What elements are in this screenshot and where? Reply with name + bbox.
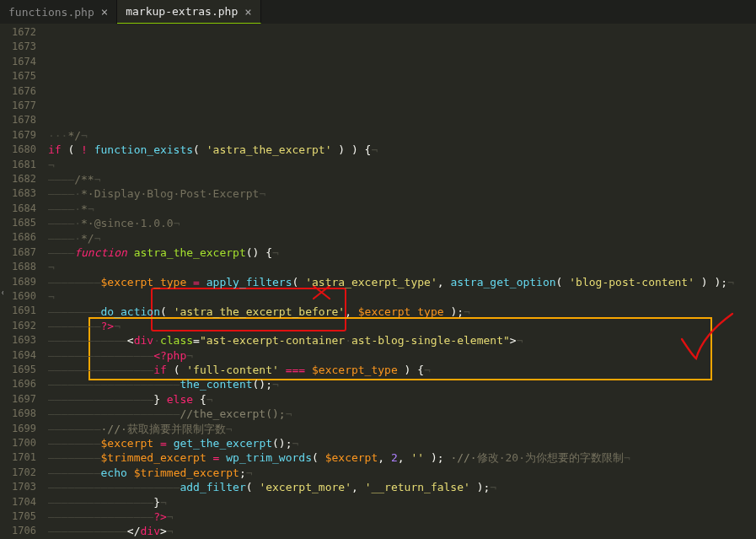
code-line[interactable]: ————function astra_the_excerpt() {¬ [48,245,734,260]
code-line[interactable]: ————————————————————//the_excerpt();¬ [48,407,734,421]
code-line[interactable]: ————·*/¬ [48,231,734,245]
tab-markup-extras[interactable]: markup-extras.php × [117,0,261,24]
fold-arrow-icon[interactable]: › [1,286,4,300]
line-number: 1698 [12,407,36,421]
line-number: 1687 [12,245,36,260]
line-number: 1703 [12,480,36,494]
line-number: 1679 [12,128,36,143]
code-line[interactable]: ————————————————————the_content();¬ [48,377,734,391]
line-number: 1688 [12,260,36,274]
line-number: 1686 [12,230,36,245]
code-line[interactable]: ————·*·Display·Blog·Post·Excerpt¬ [48,186,734,201]
line-number: 1682 [12,172,36,186]
line-number: 1674 [12,55,36,69]
line-number: 1702 [12,466,36,480]
tab-label: markup-extras.php [126,5,238,18]
code-line[interactable]: ¬ [48,289,734,304]
code-line[interactable]: ————————————————?>¬ [48,509,734,524]
line-number: 1689 [12,275,36,289]
code-line[interactable]: ————————$excerpt = get_the_excerpt();¬ [48,436,734,450]
line-number: 1699 [12,422,36,436]
close-icon[interactable]: × [244,5,251,19]
tab-bar: functions.php × markup-extras.php × [0,0,756,24]
line-number: 1680 [12,143,36,157]
code-line[interactable]: ————————?>¬ [48,319,734,333]
code-line[interactable]: if ( ! function_exists( 'astra_the_excer… [48,143,734,157]
line-number: 1684 [12,202,36,216]
code-area[interactable]: ···*/¬if ( ! function_exists( 'astra_the… [41,24,734,539]
code-line[interactable]: ————————————————} else {¬ [48,392,734,407]
line-number: 1700 [12,436,36,450]
code-line[interactable]: ————·*¬ [48,202,734,216]
line-number: 1675 [12,69,36,84]
code-line[interactable]: ————————————————<?php¬ [48,348,734,363]
code-line[interactable]: ————————$excerpt_type = apply_filters( '… [48,275,734,289]
line-number: 1701 [12,450,36,465]
line-number: 1706 [12,524,36,538]
code-line[interactable]: ¬ [48,260,734,274]
tab-functions[interactable]: functions.php × [0,0,117,24]
line-number: 1705 [12,509,36,524]
code-line[interactable]: ————————·//·获取摘要并限制字数¬ [48,422,734,436]
line-number: 1694 [12,348,36,363]
code-line[interactable]: ————————————</div>¬ [48,524,734,538]
code-line[interactable]: ¬ [48,158,734,172]
code-line[interactable]: ————————————<div·class="ast-excerpt-cont… [48,333,734,348]
line-number: 1676 [12,84,36,99]
line-number: 1678 [12,113,36,127]
code-line[interactable]: ————————————————if ( 'full-content' === … [48,363,734,377]
close-icon[interactable]: × [101,5,108,19]
line-number: 1681 [12,158,36,172]
code-line[interactable]: ···*/¬ [48,128,734,143]
code-line[interactable]: ————·*·@since·1.0.0¬ [48,216,734,230]
line-number: 1685 [12,216,36,230]
line-number: 1697 [12,392,36,407]
code-line[interactable]: ————————echo $trimmed_excerpt;¬ [48,466,734,480]
line-number-gutter: › 16721673167416751676167716781679168016… [0,24,41,539]
line-number: 1672 [12,25,36,40]
tab-label: functions.php [8,6,94,19]
line-number: 1704 [12,495,36,509]
code-line[interactable]: ————————————————————add_filter( 'excerpt… [48,480,734,494]
line-number: 1690 [12,289,36,304]
line-number: 1677 [12,99,36,113]
line-number: 1696 [12,377,36,391]
line-number: 1683 [12,186,36,201]
line-number: 1673 [12,40,36,54]
code-line[interactable]: ————/**¬ [48,172,734,186]
line-number: 1693 [12,333,36,348]
line-number: 1692 [12,319,36,333]
line-number: 1695 [12,363,36,377]
code-line[interactable]: ————————do_action( 'astra_the_excerpt_be… [48,305,734,319]
line-number: 1691 [12,304,36,318]
code-line[interactable]: ————————$trimmed_excerpt = wp_trim_words… [48,450,734,465]
editor[interactable]: › 16721673167416751676167716781679168016… [0,24,756,539]
code-line[interactable]: ————————————————}¬ [48,495,734,509]
